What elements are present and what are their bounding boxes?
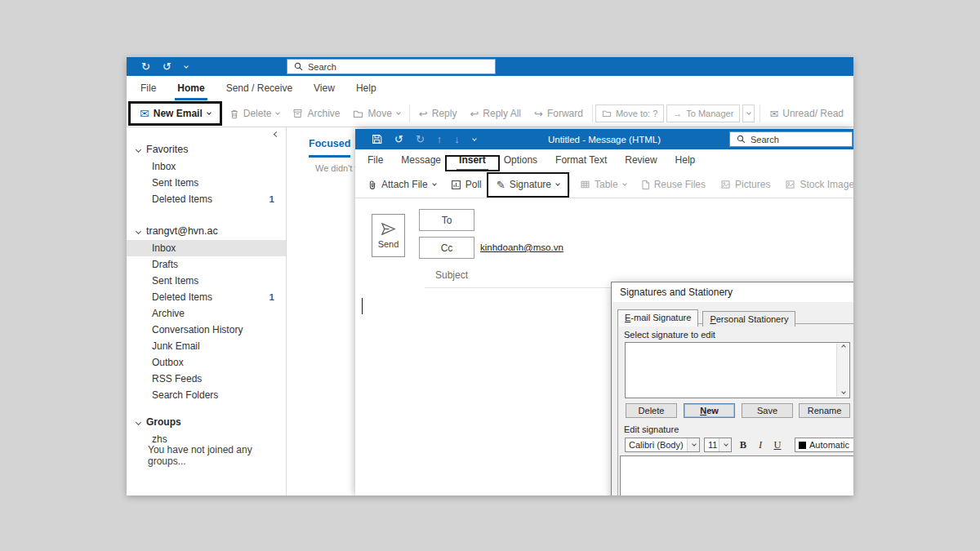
redo-icon[interactable]: ↻ [416, 134, 425, 144]
tab-message[interactable]: Message [392, 154, 450, 171]
text-cursor [362, 298, 363, 314]
folder-label: Archive [152, 308, 185, 319]
sidebar-item-outbox[interactable]: Outbox [127, 354, 286, 371]
chevron-down-icon[interactable] [184, 64, 189, 69]
favorites-header[interactable]: Favorites [127, 140, 286, 158]
save-signature-button[interactable]: Save [742, 403, 793, 418]
sidebar-item-rss-feeds[interactable]: RSS Feeds [127, 371, 286, 387]
compose-search-input[interactable] [751, 135, 845, 144]
send-button[interactable]: Send [372, 214, 405, 257]
new-email-label: New Email [154, 108, 203, 119]
reply-button[interactable]: ↩ Reply [412, 100, 464, 127]
font-size-combo[interactable]: 11 [704, 438, 732, 452]
reuse-files-label: Reuse Files [654, 179, 706, 190]
sidebar-item-sent-items[interactable]: Sent Items [127, 273, 286, 289]
signature-edit-area[interactable] [620, 455, 853, 495]
sidebar-item-junk-email[interactable]: Junk Email [127, 338, 286, 354]
forward-button[interactable]: ↪ Forward [528, 100, 590, 127]
sidebar-item-favorites-inbox[interactable]: Inbox [127, 158, 286, 175]
insert-label: Insert [459, 154, 486, 166]
quickstep-move-to[interactable]: Move to: ? [595, 104, 664, 122]
bold-button[interactable]: B [736, 438, 751, 452]
sidebar-item-archive[interactable]: Archive [127, 305, 286, 322]
delete-signature-button[interactable]: Delete [626, 403, 677, 418]
unread-read-button[interactable]: ✉ Unread/ Read [763, 100, 850, 127]
tab-review[interactable]: Review [616, 154, 666, 171]
pictures-button[interactable]: Pictures [713, 171, 777, 198]
tab-personal-stationery[interactable]: Personal Stationery [702, 311, 795, 327]
chevron-down-icon[interactable] [472, 136, 477, 141]
quicksteps-gallery-button[interactable] [742, 104, 755, 122]
underline-button[interactable]: U [770, 438, 785, 452]
cc-recipient[interactable]: kinhdoanh@mso.vn [480, 242, 564, 252]
stock-image-icon [785, 180, 795, 189]
tab-email-signature[interactable]: E-mail Signature [617, 309, 698, 327]
dialog-titlebar[interactable]: Signatures and Stationery [612, 282, 853, 302]
folder-pane: Favorites Inbox Sent Items Deleted Items… [127, 127, 287, 495]
scroll-up-icon[interactable] [841, 344, 846, 349]
main-search-box[interactable] [287, 59, 496, 74]
move-button[interactable]: Move [346, 100, 406, 127]
sidebar-item-drafts[interactable]: Drafts [127, 256, 286, 273]
sidebar-item-deleted-items[interactable]: Deleted Items 1 [127, 289, 286, 305]
reuse-files-button[interactable]: Reuse Files [634, 171, 713, 198]
undo-icon[interactable]: ↺ [394, 134, 403, 144]
quickstep-to-manager[interactable]: → To Manager [666, 104, 740, 122]
tab-view[interactable]: View [303, 82, 345, 100]
chevron-down-icon [207, 110, 212, 115]
cc-button[interactable]: Cc [419, 237, 474, 259]
picture-icon [720, 180, 731, 189]
tab-format-text[interactable]: Format Text [546, 154, 616, 171]
arrow-up-icon[interactable]: ↑ [437, 134, 443, 144]
undo-icon[interactable]: ↺ [163, 61, 172, 72]
arrow-down-icon[interactable]: ↓ [454, 134, 460, 144]
tab-focused[interactable]: Focused [309, 138, 350, 158]
signature-listbox[interactable] [625, 342, 850, 398]
combo-dropdown-button[interactable] [687, 438, 699, 451]
main-search-input[interactable] [308, 62, 488, 72]
tab-file[interactable]: File [130, 82, 167, 100]
new-email-button[interactable]: ✉ New Email [133, 100, 217, 127]
groups-header[interactable]: Groups [127, 413, 286, 431]
sidebar-item-search-folders[interactable]: Search Folders [127, 387, 286, 403]
combo-dropdown-button[interactable] [719, 438, 731, 451]
collapse-folder-pane-icon[interactable] [274, 131, 279, 137]
attach-file-label: Attach File [381, 179, 428, 190]
account-header[interactable]: trangvt@hvn.ac [127, 222, 286, 240]
scroll-down-icon[interactable] [841, 389, 846, 394]
dialog-tabs: E-mail Signature Personal Stationery [617, 309, 797, 327]
tab-send-receive[interactable]: Send / Receive [216, 82, 303, 100]
font-name-value: Calibri (Body) [626, 440, 687, 450]
compose-search-box[interactable] [729, 131, 853, 147]
signature-button[interactable]: ✎ Signature [489, 171, 567, 198]
delete-button[interactable]: Delete [223, 100, 287, 127]
sidebar-item-favorites-sent-items[interactable]: Sent Items [127, 175, 286, 191]
sidebar-item-conversation-history[interactable]: Conversation History [127, 322, 286, 338]
sidebar-item-favorites-deleted-items[interactable]: Deleted Items 1 [127, 191, 286, 207]
subject-field[interactable] [435, 269, 599, 281]
reply-all-button[interactable]: ↩ Reply All [463, 100, 528, 127]
tab-file[interactable]: File [359, 154, 392, 171]
listbox-scrollbar[interactable] [836, 344, 849, 397]
tab-help[interactable]: Help [345, 82, 387, 100]
sidebar-item-inbox[interactable]: Inbox [127, 240, 286, 256]
search-icon [737, 135, 746, 144]
font-color-combo[interactable]: Automatic [795, 438, 853, 452]
italic-button[interactable]: I [753, 438, 768, 452]
attach-file-button[interactable]: Attach File [360, 171, 443, 198]
archive-button[interactable]: Archive [286, 100, 346, 127]
tab-insert[interactable]: Insert [450, 154, 495, 171]
font-name-combo[interactable]: Calibri (Body) [625, 438, 700, 452]
unread-count: 1 [270, 292, 274, 302]
poll-button[interactable]: Poll [443, 171, 489, 198]
to-button[interactable]: To [419, 209, 474, 231]
rename-signature-button[interactable]: Rename [799, 403, 850, 418]
save-icon[interactable] [372, 134, 382, 144]
tab-options[interactable]: Options [495, 154, 546, 171]
table-button[interactable]: Table [572, 171, 634, 198]
tab-help[interactable]: Help [666, 154, 705, 171]
new-signature-button[interactable]: New [684, 403, 735, 418]
refresh-icon[interactable]: ↻ [141, 61, 150, 72]
tab-home[interactable]: Home [167, 82, 215, 100]
stock-images-button[interactable]: Stock Images [777, 171, 853, 198]
